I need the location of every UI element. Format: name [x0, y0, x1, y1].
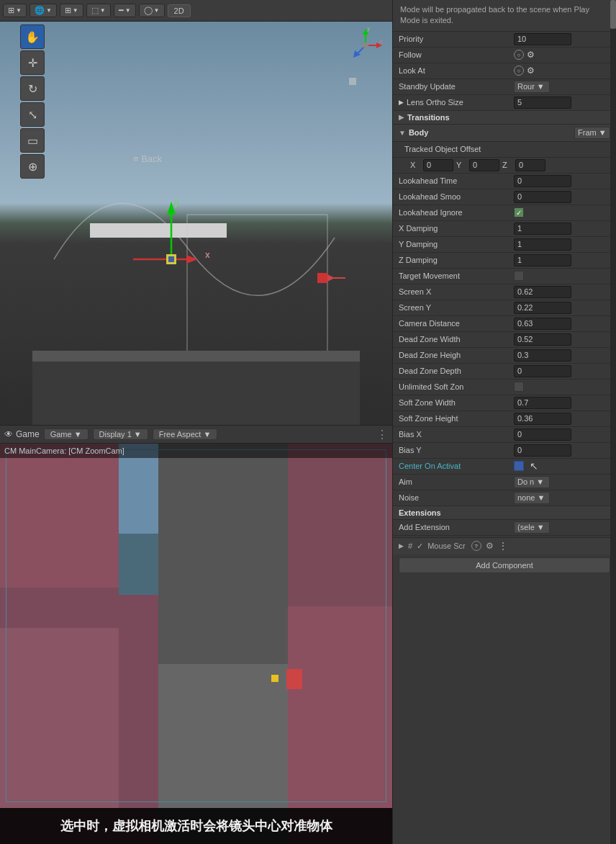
ruler-btn[interactable]: ━ ▼ — [114, 4, 136, 17]
grid-btn[interactable]: ⊞ ▼ — [60, 4, 83, 17]
red-character-block — [286, 669, 302, 689]
body-section-header[interactable]: ▼ Body Fram ▼ — [393, 125, 616, 142]
look-at-gear-icon[interactable]: ⚙ — [527, 66, 535, 76]
target-movement-checkbox[interactable] — [514, 271, 524, 281]
look-at-row: Look At ○ ⚙ — [393, 63, 616, 79]
body-type-dropdown[interactable]: Fram ▼ — [574, 127, 610, 139]
game-dropdown-btn[interactable]: Game ▼ — [44, 428, 89, 440]
display-dropdown-btn[interactable]: Display 1 ▼ — [93, 428, 148, 440]
z-damping-input[interactable] — [514, 254, 571, 266]
settings-icon[interactable]: ⚙ — [486, 541, 494, 551]
cursor-icon: ↖ — [530, 460, 538, 472]
help-icon[interactable]: ? — [471, 541, 481, 551]
bias-x-input[interactable] — [514, 428, 571, 441]
add-extension-dropdown-text: (sele — [517, 523, 535, 531]
cm-camera-label: CM MainCamera: [CM ZoomCam] — [4, 446, 124, 455]
lookahead-ignore-label: Lookahead Ignore — [399, 208, 514, 217]
look-at-label: Look At — [399, 66, 514, 75]
scene-icon: ⊞ — [8, 6, 14, 15]
expand-arrow-component[interactable]: ▶ — [399, 542, 404, 549]
unlimited-soft-zone-label: Unlimited Soft Zon — [399, 382, 514, 391]
z-damping-label: Z Damping — [399, 256, 514, 264]
display-label: Display 1 — [99, 430, 132, 439]
screen-y-label: Screen Y — [399, 303, 514, 312]
screen-y-input[interactable] — [514, 302, 571, 314]
game-more-menu-btn[interactable]: ⋮ — [376, 428, 388, 441]
camera-distance-label: Camera Distance — [399, 319, 514, 328]
body-collapse-arrow: ▼ — [399, 129, 406, 137]
hash-icon: # — [408, 542, 412, 550]
lookahead-ignore-checkbox[interactable] — [514, 207, 524, 217]
display-chevron-icon: ▼ — [134, 430, 142, 439]
game-chevron-icon: ▼ — [74, 430, 82, 439]
standby-update-dropdown[interactable]: Rour ▼ — [514, 81, 550, 93]
unlimited-soft-zone-checkbox[interactable] — [514, 382, 524, 392]
extensions-label: Extensions — [399, 508, 441, 517]
yellow-dot — [271, 675, 278, 682]
dead-zone-depth-input[interactable] — [514, 365, 571, 377]
svg-text:≡ Back: ≡ Back — [133, 153, 163, 164]
body-type-text: Fram — [578, 128, 597, 137]
globe-btn[interactable]: 🌐 ▼ — [30, 4, 57, 17]
light-btn[interactable]: ◯ ▼ — [139, 4, 165, 17]
aim-row: Aim Do n ▼ — [393, 475, 616, 490]
grid2-dropdown-arrow: ▼ — [100, 7, 106, 14]
lens-ortho-input[interactable] — [514, 96, 571, 109]
y-damping-label: Y Damping — [399, 240, 514, 248]
camera-boundary-rect — [6, 449, 386, 802]
soft-zone-width-input[interactable] — [514, 397, 571, 409]
svg-rect-0 — [90, 223, 227, 238]
y-offset-input[interactable] — [469, 159, 499, 171]
game-view: 👁 Game Game ▼ Display 1 ▼ Free Aspect ▼ … — [0, 425, 392, 844]
follow-gear-icon[interactable]: ⚙ — [527, 50, 535, 60]
y-damping-input[interactable] — [514, 238, 571, 251]
2d-toggle-btn[interactable]: 2D — [168, 4, 191, 17]
look-at-circle-icon[interactable]: ○ — [514, 66, 524, 76]
lens-ortho-value — [514, 96, 610, 109]
center-on-activation-row: Center On Activat ↖ — [393, 459, 616, 475]
inspector-scrollbar-thumb[interactable] — [610, 0, 616, 29]
dead-zone-width-input[interactable] — [514, 333, 571, 346]
add-extension-dropdown[interactable]: (sele ▼ — [514, 521, 550, 534]
camera-distance-input[interactable] — [514, 318, 571, 330]
aspect-dropdown-btn[interactable]: Free Aspect ▼ — [153, 428, 218, 440]
follow-circle-icon[interactable]: ○ — [514, 50, 524, 60]
priority-input[interactable] — [514, 33, 571, 45]
inspector-content: Mode will be propagated back to the scen… — [393, 0, 616, 844]
inspector-scrollbar[interactable] — [610, 0, 616, 844]
bias-y-input[interactable] — [514, 444, 571, 457]
grid2-btn[interactable]: ⬚ ▼ — [86, 4, 111, 17]
lookahead-time-input[interactable] — [514, 175, 571, 187]
x-damping-input[interactable] — [514, 223, 571, 235]
tracked-object-offset-row: Tracked Object Offset — [393, 142, 616, 158]
grid-dropdown-arrow: ▼ — [73, 7, 78, 14]
screen-x-input[interactable] — [514, 286, 571, 298]
standby-update-chevron: ▼ — [537, 82, 545, 91]
x-offset-input[interactable] — [423, 159, 453, 171]
scene-view-btn[interactable]: ⊞ ▼ — [3, 4, 27, 17]
svg-text:x: x — [379, 37, 383, 45]
svg-text:x: x — [205, 250, 210, 260]
lens-ortho-row: ▶ Lens Ortho Size — [393, 95, 616, 111]
transitions-section-header[interactable]: ▶ Transitions — [393, 111, 616, 125]
globe-icon: 🌐 — [35, 6, 45, 15]
add-extension-label: Add Extension — [399, 523, 514, 531]
game-label: Game — [50, 430, 72, 439]
add-extension-chevron: ▼ — [537, 523, 545, 531]
soft-zone-height-input[interactable] — [514, 413, 571, 425]
dead-zone-height-input[interactable] — [514, 349, 571, 362]
add-component-btn[interactable]: Add Component — [399, 557, 610, 573]
center-on-activation-checkbox[interactable] — [514, 461, 524, 471]
z-offset-input[interactable] — [515, 159, 545, 171]
component-bottom-bar: ▶ # ✓ Mouse Scr ? ⚙ ⋮ — [393, 537, 616, 555]
bottom-text-banner: 选中时，虚拟相机激活时会将镜头中心对准物体 — [0, 808, 392, 844]
aim-dropdown[interactable]: Do n ▼ — [514, 476, 550, 488]
lookahead-smooth-input[interactable] — [514, 191, 571, 203]
target-movement-label: Target Movement — [399, 271, 514, 280]
expand-arrow-lens[interactable]: ▶ — [399, 99, 404, 106]
svg-rect-10 — [317, 273, 327, 283]
top-toolbar: ⊞ ▼ 🌐 ▼ ⊞ ▼ ⬚ ▼ ━ ▼ ◯ ▼ 2D — [0, 0, 392, 22]
priority-value — [514, 33, 610, 45]
dots-icon[interactable]: ⋮ — [498, 540, 508, 552]
noise-dropdown[interactable]: none ▼ — [514, 492, 550, 504]
